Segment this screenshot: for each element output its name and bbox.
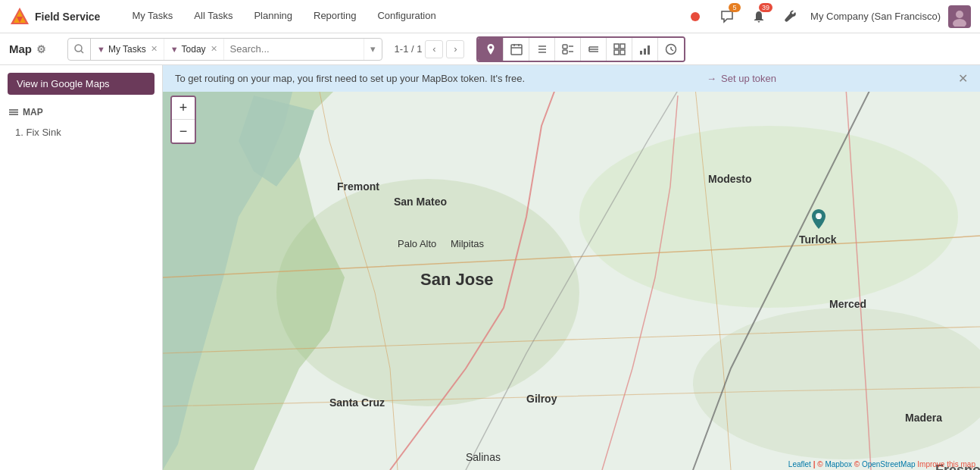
panel-list-item[interactable]: 1. Fix Sink xyxy=(0,122,162,143)
zoom-out-btn[interactable]: − xyxy=(172,120,195,143)
svg-text:Palo Alto: Palo Alto xyxy=(398,238,436,249)
company-name: My Company (San Francisco) xyxy=(810,11,941,22)
main-content: View in Google Maps MAP 1. Fix Sink To g… xyxy=(0,65,980,470)
svg-rect-16 xyxy=(563,45,567,49)
notifications-btn[interactable]: 39 xyxy=(747,5,771,29)
filter-tag-label-1: My Tasks xyxy=(108,44,146,55)
leaflet-link[interactable]: Leaflet xyxy=(788,460,811,468)
svg-rect-25 xyxy=(620,44,625,49)
filter-tag-label-2: Today xyxy=(182,44,206,55)
svg-point-3 xyxy=(691,12,700,21)
search-input[interactable] xyxy=(224,43,364,55)
pagination-count: 1-1 / 1 xyxy=(395,43,423,55)
prev-page-btn[interactable]: ‹ xyxy=(425,40,443,58)
svg-rect-26 xyxy=(614,50,619,55)
group-icon xyxy=(562,43,574,55)
view-switcher xyxy=(476,36,685,62)
page-title-group: Map ⚙ xyxy=(9,42,46,55)
list-icon xyxy=(536,43,548,55)
list-view-btn[interactable] xyxy=(529,38,555,61)
top-nav: Field Service My Tasks All Tasks Plannin… xyxy=(0,0,980,33)
svg-text:1: 1 xyxy=(816,213,820,221)
svg-text:Milpitas: Milpitas xyxy=(451,238,485,249)
nav-planning[interactable]: Planning xyxy=(243,0,303,33)
svg-text:Gilroy: Gilroy xyxy=(526,393,557,405)
banner-text: To get routing on your map, you first ne… xyxy=(175,73,525,84)
notification-dot-btn[interactable] xyxy=(683,5,707,29)
svg-point-39 xyxy=(579,126,958,308)
circle-icon xyxy=(690,11,701,22)
tree-view-btn[interactable] xyxy=(581,38,607,61)
svg-text:Merced: Merced xyxy=(829,298,866,310)
zoom-in-btn[interactable]: + xyxy=(172,97,195,120)
map-area[interactable]: To get routing on your map, you first ne… xyxy=(163,65,980,470)
svg-text:San Mateo: San Mateo xyxy=(394,196,447,208)
grid-view-btn[interactable] xyxy=(607,38,632,61)
map-svg: San Mateo Palo Alto Milpitas San Jose Fr… xyxy=(163,65,980,470)
svg-text:San Jose: San Jose xyxy=(420,270,494,289)
activity-view-btn[interactable] xyxy=(658,38,684,61)
nav-all-tasks[interactable]: All Tasks xyxy=(183,0,243,33)
nav-configuration[interactable]: Configuration xyxy=(367,0,446,33)
notifications-badge: 39 xyxy=(759,3,772,12)
chart-view-btn[interactable] xyxy=(632,38,658,61)
osm-link[interactable]: OpenStreetMap xyxy=(862,460,916,468)
clock-icon xyxy=(665,43,677,55)
search-bar: ▼ My Tasks ✕ ▼ Today ✕ ▾ xyxy=(67,38,382,61)
attribution-sep1: | © xyxy=(813,460,826,468)
svg-text:Salinas: Salinas xyxy=(466,451,501,463)
mapbox-link[interactable]: Mapbox xyxy=(825,460,852,468)
left-panel: View in Google Maps MAP 1. Fix Sink xyxy=(0,65,163,470)
group-view-btn[interactable] xyxy=(555,38,581,61)
secondary-toolbar: Map ⚙ ▼ My Tasks ✕ ▼ Today ✕ ▾ 1-1 / 1 ‹… xyxy=(0,33,980,65)
company-selector[interactable]: My Company (San Francisco) xyxy=(810,11,941,22)
next-page-btn[interactable]: › xyxy=(446,40,464,58)
zoom-controls: + − xyxy=(170,96,196,144)
svg-rect-18 xyxy=(563,50,567,54)
view-in-google-maps-btn[interactable]: View in Google Maps xyxy=(8,73,154,95)
nav-menu: My Tasks All Tasks Planning Reporting Co… xyxy=(121,0,683,33)
svg-rect-9 xyxy=(511,45,522,55)
search-dropdown-arrow[interactable]: ▾ xyxy=(364,39,382,60)
svg-point-5 xyxy=(956,11,963,18)
svg-text:Turlock: Turlock xyxy=(799,233,837,246)
nav-my-tasks[interactable]: My Tasks xyxy=(121,0,183,33)
settings-gear-icon[interactable]: ⚙ xyxy=(36,43,46,55)
wrench-icon xyxy=(784,10,797,24)
map-view-btn[interactable] xyxy=(478,38,504,61)
settings-btn[interactable] xyxy=(779,5,803,29)
logo-icon xyxy=(9,6,30,27)
filter-tag-today[interactable]: ▼ Today ✕ xyxy=(164,39,224,60)
tree-icon xyxy=(588,43,600,55)
mapbox-banner: To get routing on your map, you first ne… xyxy=(163,65,980,92)
banner-arrow: → xyxy=(707,73,716,84)
improve-map-link[interactable]: Improve this map xyxy=(917,460,975,468)
app-logo[interactable]: Field Service xyxy=(9,6,115,27)
user-avatar[interactable] xyxy=(948,5,971,28)
pagination: 1-1 / 1 ‹ › xyxy=(395,40,465,58)
svg-text:Fremont: Fremont xyxy=(337,180,379,193)
svg-rect-30 xyxy=(648,45,650,55)
filter-tag-my-tasks[interactable]: ▼ My Tasks ✕ xyxy=(91,39,164,60)
setup-token-link[interactable]: Set up token xyxy=(721,73,776,84)
map-attribution: Leaflet | © Mapbox © OpenStreetMap Impro… xyxy=(788,460,975,468)
filter-tag-close-2[interactable]: ✕ xyxy=(211,44,217,54)
svg-point-7 xyxy=(75,45,82,52)
messages-badge: 5 xyxy=(729,3,741,12)
filter-tag-close-1[interactable]: ✕ xyxy=(151,44,158,54)
nav-reporting[interactable]: Reporting xyxy=(303,0,367,33)
svg-rect-24 xyxy=(614,44,619,49)
avatar-image xyxy=(950,7,969,27)
svg-rect-27 xyxy=(620,50,625,55)
svg-text:Santa Cruz: Santa Cruz xyxy=(329,396,385,409)
banner-close-btn[interactable]: ✕ xyxy=(958,71,968,86)
search-icon xyxy=(68,39,91,60)
panel-section-header: MAP xyxy=(0,102,162,122)
section-title: MAP xyxy=(23,107,43,118)
calendar-view-btn[interactable] xyxy=(504,38,529,61)
messages-btn[interactable]: 5 xyxy=(715,5,739,29)
svg-text:Modesto: Modesto xyxy=(708,173,752,185)
svg-rect-29 xyxy=(644,49,646,55)
attribution-sep2: © xyxy=(854,460,862,468)
nav-right: 5 39 My Company (San Francisco) xyxy=(683,5,971,29)
